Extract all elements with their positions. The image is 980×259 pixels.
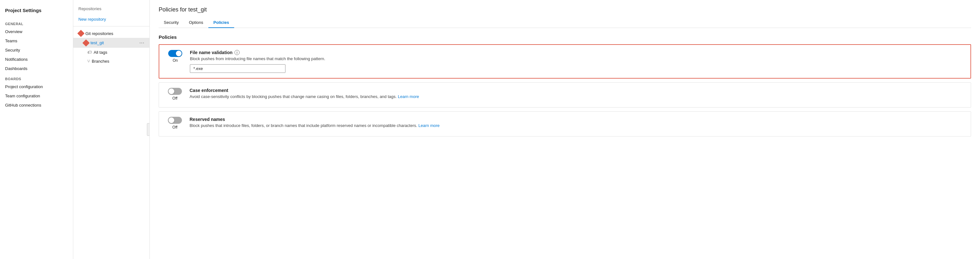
policy-row-reserved: Off Reserved names Block pushes that int… bbox=[165, 117, 964, 131]
repo-sidebar: ‹ Repositories New repository Git reposi… bbox=[73, 0, 150, 259]
repo-sub-item-all-tags[interactable]: 🏷 All tags bbox=[73, 48, 150, 57]
git-repos-label: Git repositories bbox=[85, 31, 113, 36]
sidebar-item-dashboards[interactable]: Dashboards bbox=[0, 64, 73, 73]
toggle-area-case: Off bbox=[165, 88, 185, 101]
sidebar-item-overview[interactable]: Overview bbox=[0, 27, 73, 36]
policy-name-text: File name validation bbox=[190, 50, 232, 55]
toggle-case-enforcement[interactable] bbox=[168, 88, 182, 95]
tag-icon: 🏷 bbox=[87, 50, 92, 55]
policy-card-file-name-validation: On File name validation i Block pushes f… bbox=[159, 44, 971, 79]
policy-content-file-name: File name validation i Block pushes from… bbox=[190, 50, 964, 73]
policy-card-case-enforcement: Off Case enforcement Avoid case-sensitiv… bbox=[159, 82, 971, 107]
policies-section-title: Policies bbox=[159, 34, 971, 40]
sidebar-item-project-configuration[interactable]: Project configuration bbox=[0, 82, 73, 91]
policy-content-reserved: Reserved names Block pushes that introdu… bbox=[189, 117, 964, 131]
toggle-area-file-name: On bbox=[165, 50, 185, 63]
sidebar-item-notifications[interactable]: Notifications bbox=[0, 55, 73, 64]
repo-divider bbox=[73, 26, 150, 27]
tab-options[interactable]: Options bbox=[184, 17, 208, 28]
repo-sidebar-title: Repositories bbox=[73, 5, 150, 15]
policy-desc-file-name: Block pushes from introducing file names… bbox=[190, 56, 964, 61]
policy-row: On File name validation i Block pushes f… bbox=[165, 50, 964, 73]
repo-item-label: test_git bbox=[91, 40, 137, 45]
new-repository-link[interactable]: New repository bbox=[73, 15, 150, 24]
info-icon-file-name[interactable]: i bbox=[234, 50, 240, 55]
toggle-thumb-reserved bbox=[169, 117, 174, 123]
more-options-icon[interactable]: ⋯ bbox=[139, 40, 144, 46]
collapse-button[interactable]: ‹ bbox=[147, 123, 150, 136]
sidebar-item-security[interactable]: Security bbox=[0, 46, 73, 55]
policy-content-case: Case enforcement Avoid case-sensitivity … bbox=[189, 88, 964, 102]
toggle-label-off-reserved: Off bbox=[172, 125, 177, 130]
policy-desc-reserved: Block pushes that introduce files, folde… bbox=[189, 123, 964, 128]
project-settings-title: Project Settings bbox=[0, 5, 73, 18]
toggle-area-reserved: Off bbox=[165, 117, 185, 130]
tabs-bar: Security Options Policies bbox=[159, 17, 971, 28]
policy-desc-case: Avoid case-sensitivity conflicts by bloc… bbox=[189, 94, 964, 99]
sidebar-item-team-configuration[interactable]: Team configuration bbox=[0, 91, 73, 101]
policy-name-case: Case enforcement bbox=[189, 88, 964, 93]
toggle-thumb bbox=[176, 51, 181, 56]
learn-more-case[interactable]: Learn more bbox=[398, 94, 419, 99]
policy-row-case: Off Case enforcement Avoid case-sensitiv… bbox=[165, 88, 964, 102]
repo-item-test-git[interactable]: test_git ⋯ bbox=[73, 38, 150, 48]
policy-card-reserved-names: Off Reserved names Block pushes that int… bbox=[159, 111, 971, 136]
branches-label: Branches bbox=[92, 59, 109, 64]
general-section-label: General bbox=[0, 18, 73, 27]
page-title: Policies for test_git bbox=[159, 6, 971, 13]
policy-name-reserved: Reserved names bbox=[189, 117, 964, 122]
project-settings-sidebar: Project Settings General Overview Teams … bbox=[0, 0, 73, 259]
sidebar-item-github-connections[interactable]: GitHub connections bbox=[0, 101, 73, 110]
file-name-pattern-input[interactable] bbox=[190, 64, 285, 73]
git-repositories-section[interactable]: Git repositories bbox=[73, 29, 150, 38]
branch-icon: ⑂ bbox=[87, 58, 90, 64]
sidebar-item-teams[interactable]: Teams bbox=[0, 36, 73, 46]
policy-name-file-name: File name validation i bbox=[190, 50, 964, 55]
tab-security[interactable]: Security bbox=[159, 17, 184, 28]
learn-more-reserved[interactable]: Learn more bbox=[418, 123, 439, 128]
main-content: Policies for test_git Security Options P… bbox=[150, 0, 980, 259]
tab-policies[interactable]: Policies bbox=[208, 17, 234, 28]
boards-section-label: Boards bbox=[0, 73, 73, 82]
policy-name-text-case: Case enforcement bbox=[189, 88, 228, 93]
toggle-thumb-case bbox=[169, 88, 174, 94]
toggle-file-name-validation[interactable] bbox=[168, 50, 182, 57]
git-icon bbox=[78, 31, 83, 36]
toggle-label-off-case: Off bbox=[172, 96, 177, 101]
repo-sub-item-branches[interactable]: ⑂ Branches bbox=[73, 57, 150, 66]
all-tags-label: All tags bbox=[94, 50, 107, 55]
toggle-label-on: On bbox=[173, 58, 178, 63]
repo-git-icon bbox=[83, 40, 89, 46]
toggle-reserved-names[interactable] bbox=[168, 117, 182, 124]
policy-name-text-reserved: Reserved names bbox=[189, 117, 225, 122]
